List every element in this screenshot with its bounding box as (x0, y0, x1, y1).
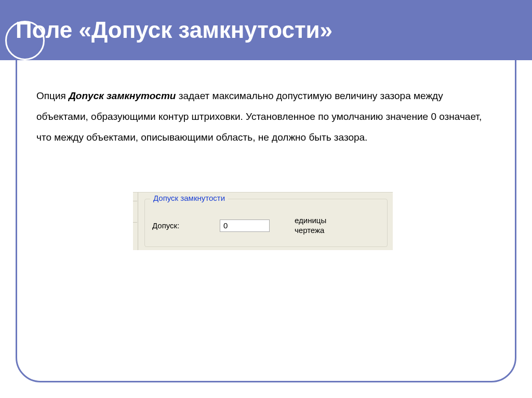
stub-line-icon (133, 201, 137, 201)
body-paragraph: Опция Допуск замкнутости задает максимал… (36, 86, 496, 148)
header-banner: Поле «Допуск замкнутости» (0, 0, 532, 60)
stub-line-icon (133, 222, 137, 223)
circle-accent-icon (5, 21, 45, 60)
para-prefix: Опция (36, 90, 69, 101)
field-row: Допуск: единицы чертежа (152, 216, 381, 236)
tolerance-fieldset: Допуск замкнутости Допуск: единицы черте… (144, 199, 388, 247)
tolerance-label: Допуск: (152, 221, 220, 230)
units-line1: единицы (295, 216, 326, 226)
panel-left-stub (133, 193, 138, 250)
fieldset-legend: Допуск замкнутости (150, 194, 228, 202)
slide-title: Поле «Допуск замкнутости» (16, 17, 332, 43)
units-line2: чертежа (295, 226, 326, 236)
para-option: Допуск замкнутости (69, 90, 176, 101)
tolerance-input[interactable] (220, 219, 270, 232)
units-text: единицы чертежа (295, 216, 326, 236)
tolerance-panel: Допуск замкнутости Допуск: единицы черте… (133, 192, 393, 250)
